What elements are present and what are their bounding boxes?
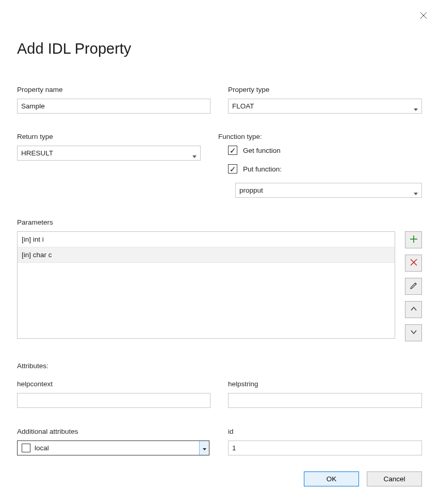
- put-type-select[interactable]: propput: [235, 183, 422, 198]
- caret-down-icon: [203, 444, 206, 452]
- attributes-label: Attributes:: [17, 362, 422, 370]
- chevron-up-icon: [410, 305, 418, 314]
- put-type-value: propput: [239, 186, 263, 194]
- chevron-down-icon: [192, 152, 197, 154]
- close-button[interactable]: [419, 11, 428, 21]
- id-input[interactable]: [228, 440, 422, 455]
- put-function-checkbox[interactable]: [228, 164, 237, 174]
- property-type-value: FLOAT: [232, 102, 254, 110]
- parameters-label: Parameters: [17, 218, 422, 226]
- additional-attr-option-checkbox[interactable]: [22, 444, 30, 452]
- function-type-label: Function type:: [218, 133, 422, 140]
- svg-marker-3: [192, 155, 197, 158]
- id-label: id: [228, 428, 422, 435]
- additional-attr-option-text: local: [35, 444, 199, 452]
- additional-attributes-label: Additional attributes: [17, 428, 210, 435]
- get-function-label: Get function: [243, 146, 281, 154]
- page-title: Add IDL Property: [17, 40, 422, 57]
- svg-marker-4: [414, 193, 418, 195]
- pencil-icon: [410, 281, 418, 291]
- helpstring-label: helpstring: [228, 380, 422, 388]
- put-function-label: Put function:: [243, 165, 282, 173]
- edit-parameter-button[interactable]: [405, 278, 422, 295]
- helpcontext-input[interactable]: [17, 393, 210, 408]
- additional-attributes-dropdown-button[interactable]: [199, 441, 209, 455]
- parameter-item[interactable]: [in] char c: [18, 247, 395, 263]
- return-type-value: HRESULT: [21, 149, 53, 157]
- delete-parameter-button[interactable]: [405, 255, 422, 272]
- chevron-down-icon: [414, 105, 418, 107]
- x-icon: [410, 258, 418, 268]
- helpstring-input[interactable]: [228, 393, 422, 408]
- get-function-checkbox[interactable]: [228, 146, 237, 155]
- property-name-label: Property name: [17, 86, 210, 93]
- property-type-label: Property type: [228, 86, 422, 93]
- property-type-select[interactable]: FLOAT: [228, 99, 422, 114]
- property-name-input[interactable]: [17, 99, 210, 114]
- parameters-list[interactable]: [in] int i[in] char c: [17, 231, 395, 339]
- move-up-button[interactable]: [405, 301, 422, 318]
- move-down-button[interactable]: [405, 324, 422, 341]
- chevron-down-icon: [410, 328, 418, 338]
- return-type-select[interactable]: HRESULT: [17, 146, 201, 161]
- plus-icon: [410, 235, 418, 245]
- helpcontext-label: helpcontext: [17, 380, 210, 388]
- close-icon: [420, 12, 427, 21]
- svg-marker-9: [203, 448, 206, 450]
- svg-marker-2: [414, 108, 418, 111]
- parameter-item[interactable]: [in] int i: [18, 232, 395, 247]
- cancel-button[interactable]: Cancel: [367, 471, 422, 486]
- additional-attributes-select[interactable]: local: [17, 440, 209, 455]
- return-type-label: Return type: [17, 133, 201, 140]
- add-parameter-button[interactable]: [405, 231, 422, 248]
- ok-button[interactable]: OK: [304, 471, 359, 486]
- chevron-down-icon: [414, 189, 418, 192]
